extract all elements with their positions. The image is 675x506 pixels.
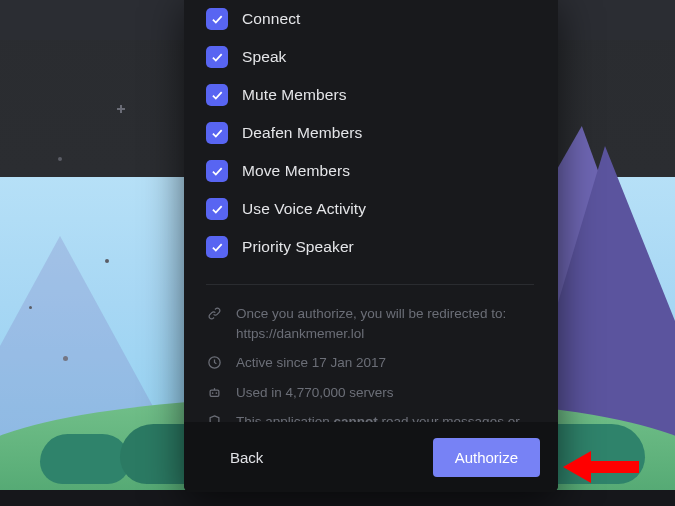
permission-label: Use Voice Activity bbox=[242, 200, 366, 218]
permission-checkbox[interactable] bbox=[206, 8, 228, 30]
info-privacy: This application cannot read your messag… bbox=[206, 407, 534, 422]
oauth-authorize-modal: ConnectSpeakMute MembersDeafen MembersMo… bbox=[184, 0, 558, 492]
robot-icon bbox=[206, 383, 222, 403]
permission-row: Speak bbox=[206, 38, 534, 76]
shield-icon bbox=[206, 412, 222, 422]
permission-label: Deafen Members bbox=[242, 124, 362, 142]
permissions-list: ConnectSpeakMute MembersDeafen MembersMo… bbox=[206, 0, 534, 266]
permission-row: Deafen Members bbox=[206, 114, 534, 152]
permission-label: Mute Members bbox=[242, 86, 347, 104]
info-redirect-text: Once you authorize, you will be redirect… bbox=[236, 304, 534, 343]
svg-rect-1 bbox=[210, 390, 219, 396]
permission-label: Priority Speaker bbox=[242, 238, 354, 256]
authorize-button[interactable]: Authorize bbox=[433, 438, 540, 477]
info-privacy-text: This application cannot read your messag… bbox=[236, 412, 534, 422]
clock-icon bbox=[206, 353, 222, 373]
info-used-text: Used in 4,770,000 servers bbox=[236, 383, 534, 403]
permission-checkbox[interactable] bbox=[206, 160, 228, 182]
permission-checkbox[interactable] bbox=[206, 46, 228, 68]
permission-row: Priority Speaker bbox=[206, 228, 534, 266]
permission-label: Move Members bbox=[242, 162, 350, 180]
svg-point-3 bbox=[215, 392, 217, 394]
info-redirect: Once you authorize, you will be redirect… bbox=[206, 299, 534, 348]
link-icon bbox=[206, 304, 222, 343]
svg-point-2 bbox=[211, 392, 213, 394]
modal-body: ConnectSpeakMute MembersDeafen MembersMo… bbox=[184, 0, 558, 422]
permission-row: Connect bbox=[206, 0, 534, 38]
permission-row: Use Voice Activity bbox=[206, 190, 534, 228]
info-active-text: Active since 17 Jan 2017 bbox=[236, 353, 534, 373]
permission-checkbox[interactable] bbox=[206, 198, 228, 220]
permission-row: Mute Members bbox=[206, 76, 534, 114]
back-button[interactable]: Back bbox=[212, 439, 281, 476]
permission-label: Connect bbox=[242, 10, 300, 28]
permission-checkbox[interactable] bbox=[206, 236, 228, 258]
divider bbox=[206, 284, 534, 285]
permission-label: Speak bbox=[242, 48, 286, 66]
permission-checkbox[interactable] bbox=[206, 122, 228, 144]
permission-checkbox[interactable] bbox=[206, 84, 228, 106]
info-used-in: Used in 4,770,000 servers bbox=[206, 378, 534, 408]
permission-row: Move Members bbox=[206, 152, 534, 190]
info-active-since: Active since 17 Jan 2017 bbox=[206, 348, 534, 378]
modal-footer: Back Authorize bbox=[184, 422, 558, 492]
